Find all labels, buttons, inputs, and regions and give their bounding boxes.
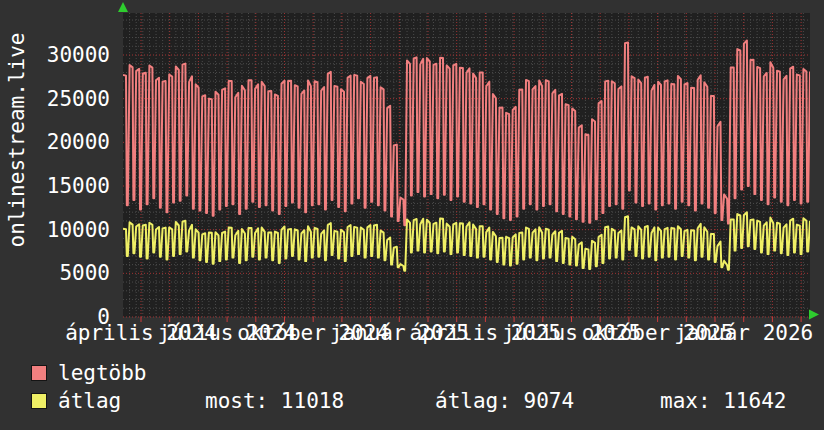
y-tick-label: 10000 (0, 219, 110, 241)
legend-swatch-legtobb (31, 365, 47, 381)
stat-most: most: 11018 (205, 390, 344, 413)
stat-max: max: 11642 (660, 390, 786, 413)
legend-row-atlag: átlag most: 11018 átlag: 9074 max: 11642 (0, 390, 824, 414)
y-tick-label: 25000 (0, 88, 110, 110)
y-axis-arrow-icon (118, 2, 128, 12)
legend-label-atlag: átlag (58, 390, 121, 413)
stat-atlag: átlag: 9074 (435, 390, 574, 413)
y-tick-label: 30000 (0, 44, 110, 66)
x-axis-label: január 2026 (674, 321, 813, 345)
legend-swatch-atlag (31, 393, 47, 409)
x-axis-tick-labels: április 2024július 2024október 2024januá… (0, 321, 824, 347)
y-tick-label: 5000 (0, 262, 110, 284)
x-axis-arrow-icon (809, 310, 819, 320)
y-tick-label: 15000 (0, 175, 110, 197)
legend-label-legtobb: legtöbb (58, 362, 147, 385)
y-tick-label: 20000 (0, 131, 110, 153)
legend-row-legtobb: legtöbb (0, 362, 824, 386)
graph-panel: onlinestream.live 3000025000200001500010… (0, 0, 824, 430)
